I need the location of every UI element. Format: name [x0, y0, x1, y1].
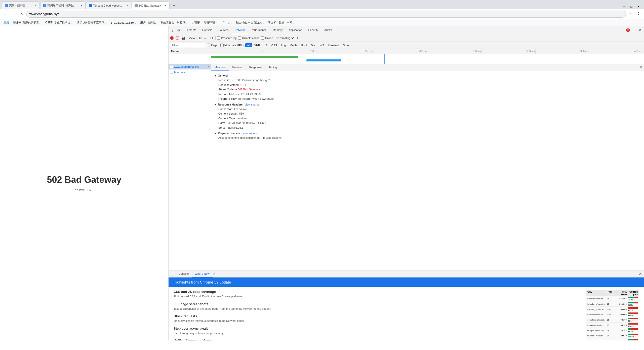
new-tab-button[interactable]: + [171, 2, 178, 9]
window-minimize[interactable]: ─ [621, 4, 628, 9]
details-tab-timing[interactable]: Timing [265, 64, 280, 71]
whats-new-header: Highlights from Chrome 59 update [169, 277, 644, 287]
details-tab-response[interactable]: Response [246, 64, 265, 71]
tab-application[interactable]: Application [286, 26, 305, 34]
response-headers-header[interactable]: ▼ Response Headers view source [214, 103, 641, 106]
bookmark-professor[interactable]: 李国和 - 教授 - 中南... [266, 20, 296, 25]
console-tab[interactable]: Console [176, 270, 192, 277]
filter-icon[interactable]: ⊡ [209, 36, 214, 40]
filter-ws[interactable]: WS [318, 43, 326, 47]
response-headers-view-source[interactable]: view source [245, 103, 259, 106]
filter-font[interactable]: Font [300, 43, 309, 47]
filter-manifest[interactable]: Manifest [327, 43, 341, 47]
request-headers-view-source[interactable]: view source [243, 132, 257, 135]
tab-2[interactable]: 实例端口检测 - 控制台 ✕ [40, 2, 86, 9]
tab-memory[interactable]: Memory [270, 26, 286, 34]
bookmark-user[interactable]: 用户 - 控制台 [139, 20, 158, 25]
disable-cache-checkbox[interactable]: Disable cache [238, 36, 259, 40]
filter-input[interactable] [170, 43, 205, 48]
filter-other[interactable]: Other [341, 43, 352, 47]
feature-coverage-title: CSS and JS code coverage [174, 290, 581, 294]
view-grid-icon[interactable]: ⊞ [197, 36, 202, 40]
bookmark-boxy[interactable]: 博学谷传智播客查填下... [75, 20, 108, 25]
browser-menu[interactable]: ⋮ [635, 11, 642, 18]
filter-xhr[interactable]: XHR [253, 43, 262, 47]
bookmark-miniapp[interactable]: 小程序 [190, 20, 201, 25]
throttle-select[interactable]: No throttling Fast 3G Slow 3G [274, 36, 295, 40]
clear-button[interactable]: 🚫 [175, 36, 180, 40]
regex-checkbox[interactable]: Regex [207, 44, 219, 47]
bookmark-apps[interactable]: 应用 [2, 20, 11, 25]
content-type-key: Content-Type: [218, 116, 236, 121]
filter-img[interactable]: Img [279, 43, 287, 47]
bookmark-bilibili[interactable]: 哔哩哔哩（゜-゜）つ... [202, 20, 233, 25]
details-tab-headers[interactable]: Headers [211, 64, 229, 71]
tab-4[interactable]: 502 Bad Gateway ✕ [132, 2, 170, 9]
general-header[interactable]: ▼ General [214, 74, 641, 77]
screenshot-button[interactable]: 📷 [181, 36, 186, 40]
whats-new-tab[interactable]: What's New [192, 270, 212, 277]
preserve-log-checkbox[interactable]: Preserve log [217, 36, 237, 40]
refresh-button[interactable]: ↻ [18, 11, 25, 18]
view-list-icon[interactable]: ☰ [203, 36, 208, 40]
remote-address-row: Remote Address: 175.24.49.53:80 [218, 92, 641, 96]
date-value: Tue, 31 Mar 2020 09:57:41 GMT [226, 121, 266, 125]
tab-network[interactable]: Network [232, 26, 248, 34]
hide-data-urls-checkbox[interactable]: Hide data URLs [220, 44, 244, 47]
whats-new-close-tab[interactable]: ✕ [213, 272, 216, 276]
tab-performance[interactable]: Performance [248, 26, 270, 34]
details-close[interactable]: ✕ [639, 65, 642, 70]
response-headers-toggle: ▼ [214, 103, 217, 106]
tab3-close[interactable]: ✕ [126, 4, 129, 7]
tab1-close[interactable]: ✕ [34, 4, 37, 7]
tab-3[interactable]: Tencent Cloud websh... ✕ [86, 2, 131, 9]
filter-css[interactable]: CSS [270, 43, 279, 47]
network-row-1[interactable]: www.chengruhai.xyz ✕ [169, 64, 211, 69]
filter-doc[interactable]: Doc [309, 43, 318, 47]
console-panel-close[interactable]: ✕ [639, 271, 642, 276]
nav-bar: ← → ↻ ☆ ⋮ [0, 9, 644, 19]
tab-1[interactable]: 实例 - 控制台 ✕ [2, 2, 40, 9]
tab-sources[interactable]: Sources [215, 26, 231, 34]
console-menu-icon[interactable]: ⋮ [170, 271, 176, 277]
bookmark-graduate[interactable]: 硕士招生.中国石油大... [234, 20, 265, 25]
network-row-2[interactable]: favicon.ico [169, 69, 211, 75]
bookmark-star[interactable]: ☆ [627, 11, 634, 18]
feature-block-desc: Manually disable individual requests in … [174, 319, 581, 323]
online-checkbox[interactable]: Online [261, 36, 273, 40]
forward-button[interactable]: → [10, 11, 17, 18]
back-button[interactable]: ← [2, 11, 9, 18]
bookmark-ip[interactable]: 172.16.251.172:80... [109, 21, 138, 25]
bookmark-gitee[interactable]: 我的工作台 - 码云 G... [159, 20, 189, 25]
tab-console[interactable]: Console [199, 26, 215, 34]
tab-security[interactable]: Security [305, 26, 321, 34]
bookmark-mooc[interactable]: 慕课网-程序员的梦工... [12, 20, 43, 25]
network-toolbar: 🚫 📷 View: ⊞ ☰ ⊡ Preserve log Disable cac… [169, 34, 644, 42]
record-button[interactable] [170, 36, 174, 40]
tab-audits[interactable]: Audits [321, 26, 335, 34]
remote-address-key: Remote Address: [218, 92, 239, 96]
window-close[interactable]: ✕ [635, 4, 642, 9]
bookmark-csdn[interactable]: CSDN-专业IT技术社... [44, 20, 74, 25]
tab-elements[interactable]: Elements [182, 26, 199, 34]
tab2-title: 实例端口检测 - 控制台 [47, 4, 79, 7]
devtools-more[interactable]: ⋮ [631, 27, 637, 33]
tab4-favicon [135, 4, 138, 7]
row1-checkbox[interactable] [170, 65, 173, 68]
request-headers-header[interactable]: ▼ Request Headers view source [214, 132, 641, 135]
page-content: 502 Bad Gateway nginx/1.16.1 [0, 26, 169, 340]
response-headers-title: Response Headers [218, 103, 243, 106]
timeline-marks: 50 ms 100 ms 150 ms 200 ms 250 ms 300 ms… [212, 49, 643, 54]
row2-checkbox[interactable] [170, 71, 173, 74]
tab2-close[interactable]: ✕ [80, 4, 83, 7]
devtools-icon-menu[interactable]: ⋮ [170, 27, 176, 33]
filter-all[interactable]: All [245, 43, 252, 47]
tab4-close[interactable]: ✕ [164, 4, 167, 7]
filter-js[interactable]: JS [262, 43, 269, 47]
address-input[interactable] [26, 11, 626, 18]
details-tab-preview[interactable]: Preview [229, 64, 246, 71]
devtools-close[interactable]: ✕ [637, 27, 643, 33]
window-maximize[interactable]: □ [628, 4, 635, 9]
devtools-icon-settings[interactable]: ⚙ [176, 27, 182, 33]
filter-media[interactable]: Media [288, 43, 299, 47]
